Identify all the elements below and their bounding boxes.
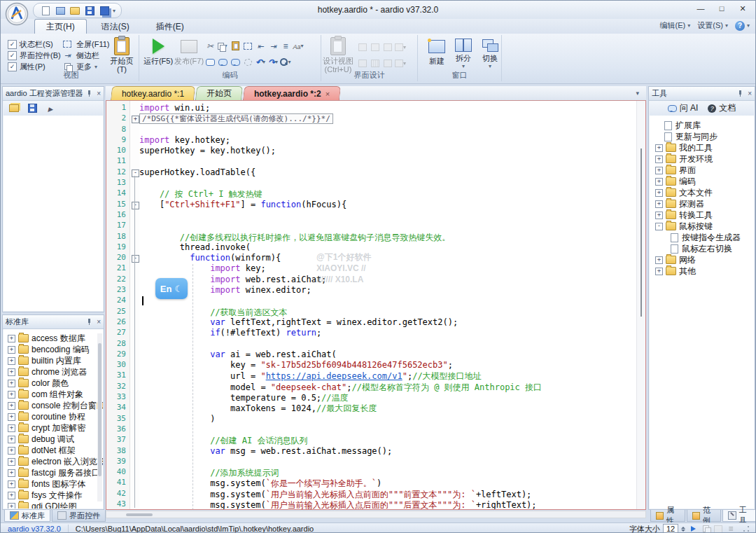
tools-tree-item[interactable]: 扩展库 [655,120,754,131]
stdlib-item[interactable]: +coroutine 协程 [8,411,103,422]
preview-icon[interactable] [356,58,369,69]
code-line[interactable] [139,457,637,467]
toggle-case-icon[interactable]: ▾ [292,41,304,52]
expand-icon[interactable]: + [8,503,15,509]
line-number[interactable]: 21 [106,263,130,274]
code-line[interactable]: //创建 AI 会话消息队列 [139,435,637,445]
expand-icon[interactable]: + [8,413,15,421]
stdlib-item[interactable]: +gdi GDI绘图 [8,501,103,508]
code-line[interactable]: //获取当前选区文本 [139,307,637,317]
code-line[interactable]: msg.system(`你是一个续写与补全助手。`) [139,478,637,488]
menu-编辑(E)[interactable]: 编辑(E)▾ [660,20,691,31]
paste-icon[interactable] [229,41,241,52]
line-number-gutter[interactable]: 1289101112131415161718192021222324252627… [106,101,130,509]
view-checkbox-状态栏(S)[interactable]: ✓状态栏(S) [8,39,61,50]
line-number[interactable]: 16 [106,210,130,221]
stdlib-item[interactable]: +dotNet 框架 [8,445,103,456]
expand-icon[interactable]: + [655,200,663,208]
line-number[interactable]: 11 [106,156,130,167]
fold-toggle-icon[interactable]: - [132,255,139,263]
line-number[interactable]: 42 [106,489,130,499]
expand-icon[interactable]: + [8,335,15,342]
minimize-button[interactable]: — [691,2,710,15]
ask-ai-button[interactable]: 问 AI [668,102,699,114]
fold-margin[interactable]: +--- [130,101,139,509]
ribbon-tab-插件(E)[interactable]: 插件(E) [144,19,196,34]
expand-icon[interactable]: + [8,447,15,455]
stdlib-item[interactable]: +bencoding 编码 [8,344,103,355]
stdlib-item[interactable]: +electron 嵌入浏览器 [8,456,103,467]
code-line[interactable]: // 按 Ctrl+ I 触发热键 [139,188,637,199]
expand-icon[interactable]: + [655,167,663,174]
expand-icon[interactable]: + [655,144,663,152]
fold-toggle-icon[interactable]: - [132,169,139,177]
code-line[interactable]: msg.system(`用户当前输入光标插入点前面的"""前置文本"""为: `… [139,489,637,499]
tools-tree-item[interactable]: +我的工具 [655,142,754,153]
code-line[interactable]: ) [139,414,637,424]
code-line[interactable]: url = "https://api.deepseek.com/v1";//大模… [139,371,637,381]
tools-tree-item[interactable]: +界面 [655,165,754,176]
line-number[interactable]: 19 [106,242,130,253]
code-line[interactable]: /*DSG{{*窗体设计器生成代码(请勿修改).../*}}*/ [139,113,637,124]
code-line[interactable]: import winex.editor; [139,285,637,296]
code-line[interactable] [139,221,637,231]
tab-order-icon[interactable] [356,42,369,53]
help-menu[interactable]: ?▾ [735,21,750,31]
tools-tree-item[interactable]: 更新与同步 [655,131,754,142]
tools-tree-item[interactable]: +探测器 [655,198,754,209]
cut-icon[interactable] [204,41,216,52]
切换-button[interactable]: 切换▾ [474,37,506,71]
save-icon[interactable] [26,103,38,114]
line-number[interactable]: 37 [106,435,130,445]
line-number[interactable]: 1 [106,103,130,113]
tab-close-icon[interactable]: × [326,90,330,98]
version-link[interactable]: aardio v37.32.0 [1,525,69,533]
line-number[interactable]: 34 [106,403,130,413]
expand-icon[interactable]: + [655,212,663,219]
code-line[interactable]: var msg = web.rest.aiChat.message(); [139,446,637,457]
code-line[interactable] [139,125,637,135]
save-all-icon[interactable] [98,5,111,16]
line-number[interactable]: 13 [106,178,130,188]
code-line[interactable]: function(winform){ [139,253,637,263]
stdlib-item[interactable]: +fastcgi 服务器接口 [8,467,103,478]
expand-icon[interactable]: + [8,469,15,477]
goto-icon[interactable] [688,525,698,533]
tab-list-dropdown-icon[interactable]: ▾ [636,90,639,97]
code-line[interactable]: model = "deepseek-chat";//模型名称首字符为 @ 则使用… [139,382,637,392]
line-number[interactable]: 35 [106,414,130,424]
open-icon[interactable] [69,5,81,16]
panel-close-icon[interactable]: × [748,90,752,97]
code-line[interactable] [139,424,637,435]
panel-tab-属性[interactable]: 属性 [650,510,685,522]
line-number[interactable]: 36 [106,424,130,435]
ribbon-tab-语法(S)[interactable]: 语法(S) [90,19,141,34]
code-line[interactable]: //创建多线程以执行耗时操作，以避免阻塞键盘钩子消息导致热键失效。 [139,232,637,242]
line-number[interactable]: 12 [106,167,130,178]
fold-toggle-icon[interactable]: - [132,202,139,209]
tools-tree-item[interactable]: +网络 [655,254,754,265]
list-icon[interactable] [726,525,736,533]
line-number[interactable]: 17 [106,221,130,231]
expand-icon[interactable]: + [8,436,15,443]
expand-icon[interactable]: + [655,155,663,163]
expand-icon[interactable]: + [655,268,663,275]
tools-tree-item[interactable]: +编码 [655,176,754,187]
stdlib-item[interactable]: +color 颜色 [8,378,103,389]
code-line[interactable]: var ai = web.rest.aiChat( [139,349,637,360]
code-line[interactable]: //添加系统提示词 [139,467,637,478]
tools-tree-item[interactable]: +其他 [655,265,754,277]
code-line[interactable] [139,156,637,167]
aardio-logo-icon[interactable] [5,2,29,26]
tools-tree-item[interactable]: +转换工具 [655,209,754,221]
run-button[interactable]: 运行(F5) [142,37,174,71]
line-number[interactable]: 40 [106,467,130,478]
round-rect-icon[interactable] [204,57,216,68]
expand-icon[interactable]: - [655,223,663,230]
expand-icon[interactable]: + [8,424,15,432]
stdlib-scrollbar[interactable] [97,333,102,501]
expand-icon[interactable]: + [8,368,15,376]
code-line[interactable]: import key; [139,263,637,274]
layout-group-icon[interactable]: ▾ [394,42,407,53]
panel-close-icon[interactable]: × [97,90,101,97]
